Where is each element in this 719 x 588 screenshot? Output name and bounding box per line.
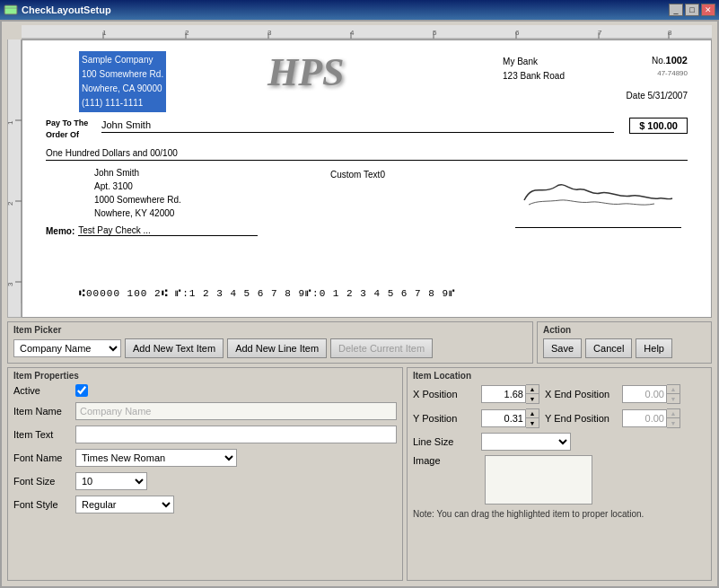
horizontal-ruler: 1 2 3 4 5 6 7 8 — [22, 25, 712, 39]
y-position-row: Y Position ▲ ▼ Y End Position ▲ ▼ — [413, 408, 706, 428]
action-controls: Save Cancel Help — [543, 338, 706, 358]
x-end-up: ▲ — [667, 385, 680, 394]
x-end-down: ▼ — [667, 394, 680, 403]
item-text-field[interactable] — [75, 426, 397, 443]
x-pos-label: X Position — [413, 389, 476, 399]
y-end-spinner-btns: ▲ ▼ — [667, 408, 680, 428]
maximize-button[interactable]: □ — [685, 4, 699, 16]
pay-to-label: Pay To The Order Of — [46, 118, 88, 141]
note-text: Note: You can drag the highlighted item … — [413, 509, 706, 519]
minimize-button[interactable]: _ — [669, 4, 683, 16]
font-size-row: Font Size 10 8 12 — [13, 472, 397, 490]
font-style-label: Font Style — [13, 499, 72, 510]
svg-text:1: 1 — [8, 120, 14, 125]
x-pos-down[interactable]: ▼ — [526, 394, 539, 403]
company-name: Sample Company 100 Somewhere Rd. Nowhere… — [82, 53, 163, 110]
item-picker-dropdown[interactable]: Company Name Bank Name Date Pay To Amoun… — [13, 339, 121, 357]
delete-item-button[interactable]: Delete Current Item — [330, 338, 433, 358]
item-properties-box: Item Properties Active Item Name Company… — [7, 367, 403, 581]
x-pos-spinner: ▲ ▼ — [481, 384, 539, 404]
help-button[interactable]: Help — [636, 338, 672, 358]
image-label: Image — [413, 455, 476, 466]
y-pos-spinner-btns: ▲ ▼ — [526, 408, 539, 428]
date-line: Date 5/31/2007 — [627, 91, 688, 101]
item-name-label: Item Name — [13, 406, 72, 417]
vertical-ruler: 1 2 3 — [7, 39, 22, 318]
action-box: Action Save Cancel Help — [537, 321, 712, 364]
x-end-label: X End Position — [545, 389, 617, 399]
item-picker-box: Item Picker Company Name Bank Name Date … — [7, 321, 533, 364]
x-end-spinner-btns: ▲ ▼ — [667, 384, 680, 404]
y-pos-label: Y Position — [413, 413, 476, 424]
font-style-dropdown[interactable]: Regular Bold Italic — [75, 496, 174, 513]
y-end-up: ▲ — [667, 409, 680, 418]
line-size-dropdown[interactable] — [481, 433, 571, 451]
line-size-label: Line Size — [413, 436, 476, 447]
item-props-title: Item Properties — [13, 371, 397, 381]
check-number: No.1002 — [652, 55, 688, 66]
image-row: Image — [413, 455, 706, 505]
line-size-row: Line Size — [413, 433, 706, 451]
x-position-row: X Position ▲ ▼ X End Position ▲ ▼ — [413, 384, 706, 404]
check-wrapper: 1 2 3 Sample Company 100 Somewhere Rd. N… — [7, 39, 712, 318]
active-label: Active — [13, 385, 72, 396]
active-checkbox[interactable] — [75, 384, 88, 397]
item-name-field[interactable]: Company Name — [75, 402, 397, 420]
check-content: Sample Company 100 Somewhere Rd. Nowhere… — [30, 48, 704, 310]
props-location-row: Item Properties Active Item Name Company… — [7, 367, 712, 581]
window-controls: _ □ ✕ — [669, 4, 715, 16]
image-preview — [485, 455, 592, 505]
y-end-label: Y End Position — [545, 413, 617, 424]
add-text-item-button[interactable]: Add New Text Item — [125, 338, 224, 358]
item-picker-title: Item Picker — [13, 325, 527, 335]
cancel-button[interactable]: Cancel — [585, 338, 632, 358]
font-name-label: Font Name — [13, 452, 72, 463]
font-size-label: Font Size — [13, 476, 72, 487]
item-location-box: Item Location X Position ▲ ▼ X End Posit… — [407, 367, 712, 581]
picker-action-row: Item Picker Company Name Bank Name Date … — [7, 321, 712, 364]
y-pos-up[interactable]: ▲ — [526, 409, 539, 418]
font-name-row: Font Name Times New Roman Arial Courier … — [13, 449, 397, 467]
written-amount: One Hundred Dollars and 00/100 — [46, 148, 688, 161]
font-size-dropdown[interactable]: 10 8 12 — [75, 472, 147, 490]
picker-controls: Company Name Bank Name Date Pay To Amoun… — [13, 338, 527, 358]
signature — [515, 164, 681, 218]
signature-line — [515, 227, 681, 228]
routing-number: 47-74890 — [657, 69, 688, 77]
font-style-row: Font Style Regular Bold Italic — [13, 496, 397, 513]
y-pos-down[interactable]: ▼ — [526, 418, 539, 427]
svg-text:2: 2 — [8, 201, 14, 206]
add-line-item-button[interactable]: Add New Line Item — [227, 338, 327, 358]
y-pos-input[interactable] — [481, 409, 526, 427]
item-text-label: Item Text — [13, 429, 72, 440]
amount: $ 100.00 — [629, 118, 688, 134]
x-pos-input[interactable] — [481, 385, 526, 403]
y-end-spinner: ▲ ▼ — [622, 408, 680, 428]
hps-logo: HPS — [267, 49, 345, 95]
action-title: Action — [543, 325, 706, 335]
x-pos-up[interactable]: ▲ — [526, 385, 539, 394]
custom-text: Custom Text0 — [330, 170, 385, 180]
x-pos-spinner-btns: ▲ ▼ — [526, 384, 539, 404]
x-end-input — [622, 385, 667, 403]
check-preview: Sample Company 100 Somewhere Rd. Nowhere… — [22, 39, 712, 318]
app-icon — [4, 3, 18, 17]
title-bar: CheckLayoutSetup _ □ ✕ — [0, 0, 719, 20]
company-info-highlight[interactable]: Sample Company 100 Somewhere Rd. Nowhere… — [79, 51, 166, 112]
window-title: CheckLayoutSetup — [22, 4, 669, 15]
svg-rect-0 — [4, 5, 17, 14]
font-name-dropdown[interactable]: Times New Roman Arial Courier New — [75, 449, 237, 467]
item-location-title: Item Location — [413, 371, 706, 381]
y-end-down: ▼ — [667, 418, 680, 427]
active-row: Active — [13, 384, 397, 397]
y-pos-spinner: ▲ ▼ — [481, 408, 539, 428]
micr-line: ⑆00000 100 2⑆ ⑈:1 2 3 4 5 6 7 8 9⑈:0 1 2… — [79, 288, 456, 299]
close-button[interactable]: ✕ — [701, 4, 715, 16]
bottom-panel: Item Picker Company Name Bank Name Date … — [7, 321, 712, 581]
memo-section: Memo: Test Pay Check ... — [46, 225, 258, 236]
x-end-spinner: ▲ ▼ — [622, 384, 680, 404]
bank-info: My Bank 123 Bank Road — [503, 55, 565, 83]
y-end-input — [622, 409, 667, 427]
save-button[interactable]: Save — [543, 338, 582, 358]
window-body: 1 2 3 4 5 6 7 8 1 2 — [0, 20, 719, 588]
